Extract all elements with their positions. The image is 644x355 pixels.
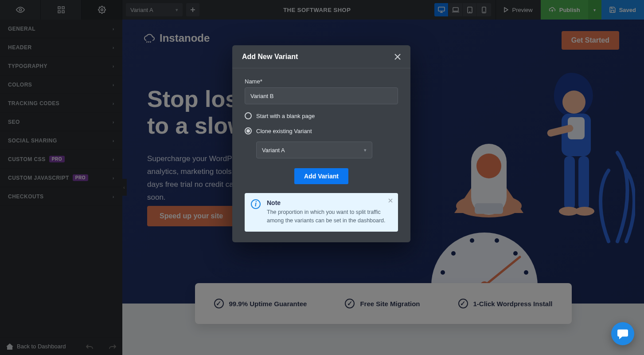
sidebar-item-general[interactable]: GENERAL› bbox=[0, 20, 122, 38]
sidebar-item-label: CUSTOM CSS bbox=[8, 156, 46, 162]
add-variant-submit-button[interactable]: Add Variant bbox=[294, 168, 348, 184]
play-icon bbox=[504, 7, 508, 12]
publish-button[interactable]: Publish bbox=[541, 0, 588, 20]
svg-rect-4 bbox=[62, 11, 64, 13]
sidebar-item-custom-css[interactable]: CUSTOM CSSPRO› bbox=[0, 150, 122, 169]
sidebar-item-custom-javascript[interactable]: CUSTOM JAVASCRIPTPRO› bbox=[0, 169, 122, 187]
publish-dropdown[interactable]: ▾ bbox=[588, 0, 601, 20]
note-title: Note bbox=[267, 199, 391, 206]
sidebar-item-social-sharing[interactable]: SOCIAL SHARING› bbox=[0, 131, 122, 150]
check-icon: ✓ bbox=[458, 299, 468, 308]
radio-blank-page[interactable]: Start with a blank page bbox=[245, 112, 398, 119]
sidebar-item-label: SEO bbox=[8, 119, 20, 125]
chevron-left-icon: ‹ bbox=[123, 185, 125, 190]
close-icon bbox=[388, 198, 393, 203]
sidebar-item-tracking-codes[interactable]: TRACKING CODES› bbox=[0, 94, 122, 113]
saved-label: Saved bbox=[619, 7, 636, 13]
svg-rect-6 bbox=[438, 7, 445, 11]
preview-label: Preview bbox=[512, 7, 532, 13]
chevron-right-icon: › bbox=[113, 101, 114, 106]
svg-rect-29 bbox=[578, 156, 589, 209]
preview-tab-icon[interactable] bbox=[0, 0, 41, 20]
note-body: The proportion in which you want to spli… bbox=[267, 208, 391, 225]
pro-badge: PRO bbox=[49, 156, 65, 162]
variant-select[interactable]: Variant A ▾ bbox=[126, 3, 183, 16]
sidebar-item-header[interactable]: HEADER› bbox=[0, 38, 122, 57]
svg-point-16 bbox=[470, 238, 474, 243]
sidebar-item-label: SOCIAL SHARING bbox=[8, 138, 57, 144]
info-icon: i bbox=[251, 199, 261, 209]
sidebar-item-colors[interactable]: COLORS› bbox=[0, 75, 122, 94]
get-started-button[interactable]: Get Started bbox=[562, 31, 619, 50]
components-tab-icon[interactable] bbox=[41, 0, 82, 20]
sidebar-item-label: COLORS bbox=[8, 82, 32, 88]
chat-widget-button[interactable] bbox=[611, 322, 634, 345]
brand-name: Instanode bbox=[160, 32, 210, 44]
chevron-right-icon: › bbox=[113, 45, 114, 50]
sidebar-item-checkouts[interactable]: CHECKOUTS› bbox=[0, 187, 122, 206]
chevron-right-icon: › bbox=[113, 82, 114, 87]
svg-point-11 bbox=[484, 12, 484, 12]
chevron-right-icon: › bbox=[113, 194, 114, 199]
grid-icon bbox=[58, 6, 65, 13]
feature-item[interactable]: ✓Free Site Migration bbox=[345, 299, 420, 308]
check-icon: ✓ bbox=[345, 299, 355, 308]
saved-button[interactable]: Saved bbox=[601, 0, 644, 20]
feature-item[interactable]: ✓99.9% Uptime Guarantee bbox=[214, 299, 307, 308]
name-field-label: Name* bbox=[245, 78, 398, 85]
device-laptop[interactable] bbox=[449, 3, 463, 16]
modal-title: Add New Variant bbox=[242, 53, 298, 61]
clone-source-select[interactable]: Variant A ▾ bbox=[256, 142, 372, 158]
chevron-right-icon: › bbox=[113, 175, 114, 181]
radio-icon bbox=[245, 112, 252, 119]
device-mobile[interactable] bbox=[477, 3, 491, 16]
variant-name-input[interactable] bbox=[245, 87, 398, 104]
device-desktop[interactable] bbox=[434, 3, 449, 16]
radio-clone-variant[interactable]: Clone existing Variant bbox=[245, 127, 398, 134]
device-tablet[interactable] bbox=[463, 3, 477, 16]
sidebar-item-label: TYPOGRAPHY bbox=[8, 63, 47, 69]
note-close-button[interactable] bbox=[388, 198, 393, 203]
radio-icon bbox=[245, 127, 252, 134]
preview-button[interactable]: Preview bbox=[496, 0, 540, 20]
svg-point-18 bbox=[513, 251, 518, 256]
svg-rect-28 bbox=[564, 156, 575, 209]
svg-point-5 bbox=[101, 9, 103, 11]
desktop-icon bbox=[438, 7, 445, 13]
svg-point-15 bbox=[451, 251, 456, 256]
laptop-icon bbox=[452, 7, 459, 12]
sidebar-item-seo[interactable]: SEO› bbox=[0, 113, 122, 131]
add-variant-modal: Add New Variant Name* Start with a blank… bbox=[232, 45, 410, 242]
sidebar-item-label: CUSTOM JAVASCRIPT bbox=[8, 175, 69, 181]
sidebar-collapse-handle[interactable]: ‹ bbox=[121, 179, 127, 196]
sidebar-item-label: TRACKING CODES bbox=[8, 100, 59, 106]
radio-clone-label: Clone existing Variant bbox=[256, 128, 312, 134]
sidebar-item-typography[interactable]: TYPOGRAPHY› bbox=[0, 57, 122, 75]
device-group bbox=[434, 3, 491, 16]
chevron-right-icon: › bbox=[113, 157, 114, 162]
illustration-svg bbox=[405, 64, 635, 295]
sidebar-item-label: CHECKOUTS bbox=[8, 193, 44, 200]
svg-rect-2 bbox=[62, 7, 64, 9]
svg-rect-7 bbox=[453, 8, 458, 11]
svg-point-31 bbox=[575, 207, 594, 216]
back-to-dashboard-link[interactable]: Back to Dashboard bbox=[17, 343, 76, 350]
chevron-right-icon: › bbox=[113, 138, 114, 143]
close-icon bbox=[394, 54, 401, 60]
gear-icon bbox=[98, 6, 106, 14]
modal-close-button[interactable] bbox=[394, 54, 401, 60]
undo-button[interactable] bbox=[80, 344, 99, 349]
add-variant-button[interactable] bbox=[186, 3, 199, 16]
svg-point-17 bbox=[495, 238, 499, 243]
redo-button[interactable] bbox=[103, 344, 122, 349]
feature-bar: ✓99.9% Uptime Guarantee ✓Free Site Migra… bbox=[195, 283, 572, 324]
svg-point-24 bbox=[562, 91, 585, 114]
settings-tab-icon[interactable] bbox=[82, 0, 122, 20]
brand-logo[interactable]: Instanode bbox=[143, 32, 210, 44]
sidebar-item-label: GENERAL bbox=[8, 26, 35, 32]
chevron-right-icon: › bbox=[113, 26, 114, 32]
sidebar-item-label: HEADER bbox=[8, 44, 32, 51]
svg-point-0 bbox=[19, 9, 21, 11]
feature-item[interactable]: ✓1-Click Wordpress Install bbox=[458, 299, 553, 308]
hero-cta-button[interactable]: Speed up your site bbox=[147, 206, 235, 226]
